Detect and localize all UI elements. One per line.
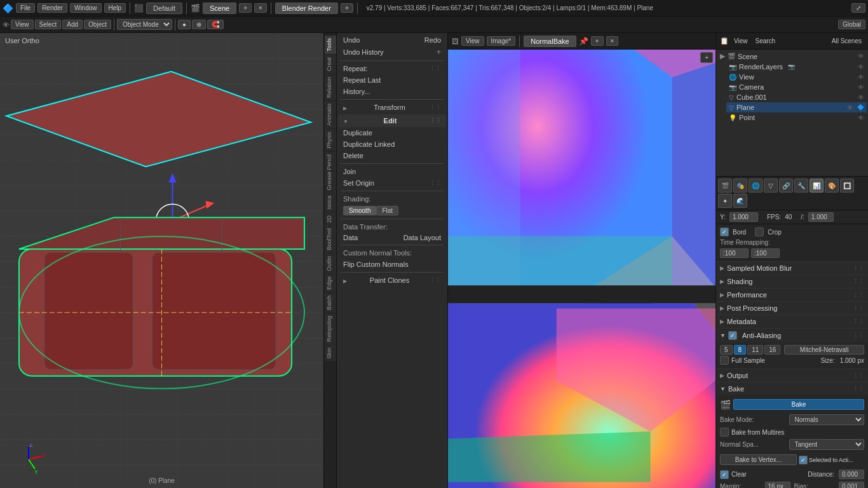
image-btn[interactable]: Image*: [487, 36, 516, 46]
outliner-camera[interactable]: 📷 Camera 👁: [726, 82, 867, 92]
smooth-btn[interactable]: Smooth: [343, 206, 376, 215]
scene-eye-icon[interactable]: 👁: [858, 53, 864, 60]
help-menu[interactable]: Help: [104, 3, 126, 13]
data-props-btn[interactable]: 📊: [810, 179, 824, 193]
output-header[interactable]: ▶ Output ⋮⋮: [716, 369, 868, 382]
bake-multires-check[interactable]: [720, 428, 729, 437]
margin-input[interactable]: [765, 482, 790, 488]
world-eye-icon[interactable]: 👁: [858, 74, 864, 81]
time-old-input[interactable]: [720, 248, 749, 258]
edit-header[interactable]: Edit ⋮⋮: [338, 114, 446, 127]
cube-eye-icon[interactable]: 👁: [858, 94, 864, 101]
all-scenes-btn[interactable]: All Scenes: [829, 36, 864, 46]
add-engine-btn[interactable]: +: [341, 3, 353, 13]
join-item[interactable]: Join: [338, 166, 446, 177]
render-props-btn[interactable]: 🎬: [718, 179, 732, 193]
undo-history-item[interactable]: Undo History +: [338, 46, 446, 58]
constraints-btn[interactable]: 🔗: [779, 179, 793, 193]
flip-normals-item[interactable]: Flip Custom Normals: [338, 259, 446, 270]
tab-outline[interactable]: Outlin: [325, 254, 336, 274]
aa-8-btn[interactable]: 8: [734, 345, 747, 355]
selected-to-active-check[interactable]: [799, 456, 808, 464]
particles-btn[interactable]: ✦: [718, 194, 732, 208]
add-btn[interactable]: Add: [62, 20, 83, 29]
close-scene-btn[interactable]: ×: [254, 3, 267, 13]
render-menu[interactable]: Render: [37, 3, 67, 13]
viewport-shading-btn[interactable]: ●: [178, 20, 191, 29]
tab-skin[interactable]: Skin: [325, 345, 336, 362]
tab-2d[interactable]: 2D: [325, 213, 336, 226]
object-btn[interactable]: Object: [84, 20, 111, 29]
aa-5-btn[interactable]: 5: [720, 345, 733, 355]
outliner-cube[interactable]: ▽ Cube.001 👁: [726, 92, 867, 102]
aa-16-btn[interactable]: 16: [764, 345, 780, 355]
tab-booltool[interactable]: BoolTool: [325, 226, 336, 253]
viewport-3d[interactable]: User Ortho X Y Z (0) Plane: [0, 33, 324, 488]
scene-tab[interactable]: Scene: [203, 3, 236, 14]
view-btn[interactable]: View: [11, 20, 34, 29]
world-props-btn[interactable]: 🌐: [749, 179, 763, 193]
bias-input[interactable]: [839, 482, 864, 488]
shading-section-header[interactable]: ▶ Shading ⋮⋮: [716, 275, 868, 288]
modifiers-btn[interactable]: 🔧: [794, 179, 808, 193]
transform-item[interactable]: Transform ⋮⋮: [338, 102, 446, 113]
tab-batch[interactable]: Batch: [325, 293, 336, 313]
outliner-scene[interactable]: ▶ 🎬 Scene 👁: [717, 51, 867, 62]
delete-item[interactable]: Delete: [338, 150, 446, 161]
undo-item[interactable]: Undo Redo: [338, 34, 446, 46]
mode-select[interactable]: Object Mode Edit Mode: [117, 19, 172, 30]
metadata-header[interactable]: ▶ Metadata ⋮⋮: [716, 315, 868, 328]
tab-grease-pencil[interactable]: Grease Pencil: [325, 152, 336, 193]
texture-btn[interactable]: 🔳: [840, 179, 854, 193]
render-layers-eye-icon[interactable]: 👁: [858, 64, 864, 71]
tab-retopology[interactable]: Retopolog: [325, 313, 336, 344]
select-btn[interactable]: Select: [35, 20, 62, 29]
normal-bake-viewport[interactable]: +: [448, 50, 715, 488]
tab-relations[interactable]: Relation: [325, 74, 336, 100]
distance-input[interactable]: [839, 470, 864, 479]
transform-manipulator-btn[interactable]: ⊕: [192, 20, 206, 29]
render-engine-tab[interactable]: Blender Render: [275, 3, 338, 14]
normal-bake-tab[interactable]: NormalBake: [524, 36, 576, 47]
outliner-render-layers[interactable]: 📷 RenderLayers 📷 👁: [726, 62, 867, 72]
post-processing-header[interactable]: ▶ Post Processing ⋮⋮: [716, 302, 868, 315]
anti-aliasing-header[interactable]: ▼ Anti-Aliasing ⋮⋮: [716, 329, 868, 342]
window-menu[interactable]: Window: [70, 3, 102, 13]
object-props-btn[interactable]: ▽: [764, 179, 778, 193]
center-corner-plus-btn[interactable]: +: [700, 52, 713, 63]
tab-isoca[interactable]: Isoca: [325, 193, 336, 212]
snap-btn[interactable]: 🧲: [207, 20, 224, 29]
normal-space-select[interactable]: Tangent Object: [789, 439, 865, 450]
engine-tab[interactable]: Default: [146, 3, 182, 14]
aa-mitchell-btn[interactable]: Mitchell-Netravali: [784, 345, 864, 355]
performance-header[interactable]: ▶ Performance ⋮⋮: [716, 288, 868, 301]
outliner-view-btn[interactable]: View: [731, 36, 750, 46]
file-menu[interactable]: File: [16, 3, 35, 13]
tab-physics[interactable]: Physic: [325, 129, 336, 151]
duplicate-linked-item[interactable]: Duplicate Linked: [338, 139, 446, 150]
tab-tools[interactable]: Tools: [325, 36, 336, 54]
paint-clones-item[interactable]: Paint Clones ⋮⋮: [338, 274, 446, 286]
full-sample-check[interactable]: [720, 356, 729, 365]
tab-animation[interactable]: Animatio: [325, 101, 336, 128]
history-item[interactable]: History...: [338, 86, 446, 97]
add-scene-btn[interactable]: +: [239, 3, 252, 13]
close-image-btn[interactable]: ×: [606, 36, 619, 46]
outliner-world[interactable]: 🌐 View 👁: [726, 72, 867, 82]
bord-check[interactable]: [720, 227, 729, 236]
add-image-btn[interactable]: +: [591, 36, 604, 46]
clear-check[interactable]: [720, 470, 729, 479]
material-btn[interactable]: 🎨: [825, 179, 839, 193]
bake-btn[interactable]: Bake: [733, 399, 864, 410]
tab-create[interactable]: Creat: [325, 55, 336, 74]
scene-props-btn[interactable]: 🎭: [733, 179, 747, 193]
repeat-last-item[interactable]: Repeat Last: [338, 74, 446, 86]
center-view-btn[interactable]: View: [461, 36, 484, 46]
bake-to-vertex-btn[interactable]: Bake to Vertex...: [720, 454, 797, 465]
slash-value-input[interactable]: [808, 212, 834, 222]
time-new-input[interactable]: [751, 248, 780, 258]
global-btn[interactable]: Global: [838, 20, 865, 29]
repeat-item[interactable]: Repeat: ⋮⋮: [338, 63, 446, 74]
bake-mode-select[interactable]: Normals Full Render Ambient Occlusion: [789, 414, 865, 425]
camera-eye-icon[interactable]: 👁: [858, 84, 864, 91]
